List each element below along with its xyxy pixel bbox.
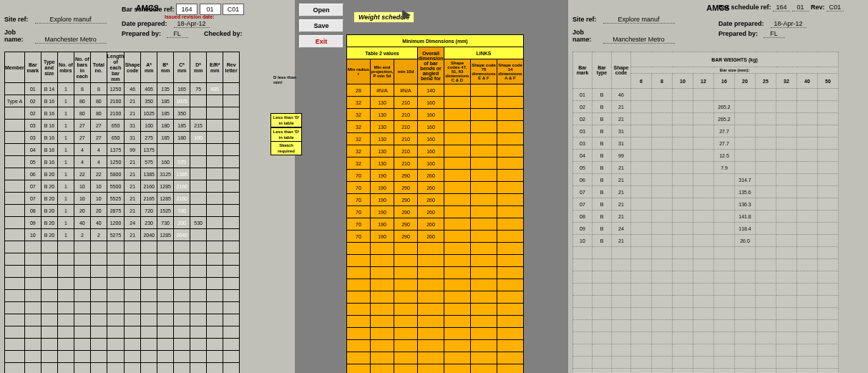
member-cell[interactable] — [5, 241, 25, 253]
grid-cell[interactable] — [207, 168, 223, 180]
grid-cell[interactable]: B 16 — [41, 95, 57, 107]
grid-cell[interactable] — [107, 351, 124, 363]
grid-cell[interactable] — [207, 156, 223, 168]
grid-cell[interactable] — [141, 266, 157, 278]
weight-cell[interactable] — [818, 186, 839, 198]
grid-cell[interactable] — [90, 326, 107, 339]
weight-cell[interactable] — [593, 284, 612, 296]
grid-cell[interactable] — [223, 193, 240, 205]
grid-cell[interactable]: 40 — [90, 217, 107, 229]
weight-cell[interactable] — [652, 89, 673, 101]
weight-cell[interactable] — [776, 344, 797, 357]
weight-cell[interactable] — [593, 320, 612, 332]
grid-cell[interactable] — [57, 266, 74, 278]
grid-cell[interactable]: 230 — [141, 217, 157, 229]
weight-cell[interactable] — [693, 357, 714, 369]
grid-cell[interactable]: 650 — [107, 120, 124, 132]
weight-cell[interactable]: 21 — [612, 235, 631, 247]
weight-cell[interactable] — [776, 223, 797, 235]
weight-cell[interactable] — [693, 150, 714, 162]
grid-cell[interactable] — [157, 278, 174, 290]
weight-cell[interactable]: B — [593, 137, 612, 150]
weight-cell[interactable] — [693, 174, 714, 186]
grid-cell[interactable]: 350 — [141, 95, 157, 107]
weight-cell[interactable]: 136.3 — [735, 198, 756, 210]
weight-cell[interactable] — [612, 259, 631, 271]
grid-cell[interactable]: 27 — [90, 120, 107, 132]
grid-cell[interactable]: 1285 — [157, 229, 174, 241]
grid-cell[interactable] — [190, 326, 207, 339]
grid-cell[interactable] — [190, 107, 207, 120]
grid-cell[interactable] — [141, 339, 157, 351]
weight-cell[interactable] — [693, 186, 714, 198]
weight-cell[interactable] — [652, 344, 673, 357]
grid-cell[interactable]: 46 — [125, 83, 141, 95]
grid-cell[interactable]: 80 — [74, 107, 90, 120]
weight-cell[interactable] — [673, 210, 693, 223]
weight-cell[interactable] — [573, 271, 593, 284]
weight-cell[interactable]: B — [593, 89, 612, 101]
weight-cell[interactable]: 21 — [612, 174, 631, 186]
weight-cell[interactable] — [652, 125, 673, 137]
weight-cell[interactable] — [673, 235, 693, 247]
weight-cell[interactable] — [776, 162, 797, 174]
grid-cell[interactable] — [41, 241, 57, 253]
grid-cell[interactable]: 185 — [174, 120, 190, 132]
grid-cell[interactable] — [74, 326, 90, 339]
grid-cell[interactable] — [74, 302, 90, 314]
grid-cell[interactable] — [41, 326, 57, 339]
weight-cell[interactable] — [776, 137, 797, 150]
grid-cell[interactable]: 1 — [57, 205, 74, 217]
weight-cell[interactable] — [818, 308, 839, 320]
weight-cell[interactable] — [735, 357, 756, 369]
grid-cell[interactable]: 1 — [57, 120, 74, 132]
grid-cell[interactable] — [41, 302, 57, 314]
weight-cell[interactable] — [714, 247, 735, 259]
weight-cell[interactable]: 05 — [573, 162, 593, 174]
weight-cell[interactable] — [756, 235, 776, 247]
weight-cell[interactable] — [673, 101, 693, 113]
weight-cell[interactable] — [756, 101, 776, 113]
grid-cell[interactable] — [41, 351, 57, 363]
grid-cell[interactable] — [174, 253, 190, 266]
weight-cell[interactable] — [776, 308, 797, 320]
grid-cell[interactable]: 02 — [24, 95, 41, 107]
grid-cell[interactable]: 27 — [74, 120, 90, 132]
member-cell[interactable] — [5, 83, 25, 95]
weight-cell[interactable] — [631, 101, 652, 113]
weight-cell[interactable] — [756, 210, 776, 223]
weight-cell[interactable] — [593, 296, 612, 308]
grid-cell[interactable]: 165 — [174, 83, 190, 95]
grid-cell[interactable] — [157, 314, 174, 326]
grid-cell[interactable] — [74, 253, 90, 266]
weight-cell[interactable] — [652, 150, 673, 162]
grid-cell[interactable] — [24, 290, 41, 302]
weight-cell[interactable] — [797, 198, 818, 210]
grid-cell[interactable]: 1385 — [141, 168, 157, 180]
weight-cell[interactable] — [652, 186, 673, 198]
grid-cell[interactable] — [41, 339, 57, 351]
grid-cell[interactable] — [174, 351, 190, 363]
grid-cell[interactable] — [141, 314, 157, 326]
grid-cell[interactable] — [207, 253, 223, 266]
weight-cell[interactable] — [673, 89, 693, 101]
grid-cell[interactable] — [223, 241, 240, 253]
weight-cell[interactable] — [756, 247, 776, 259]
grid-cell[interactable] — [207, 193, 223, 205]
weight-cell[interactable] — [818, 284, 839, 296]
grid-cell[interactable] — [223, 83, 240, 95]
weight-cell[interactable]: 21 — [612, 186, 631, 198]
weight-cell[interactable] — [673, 137, 693, 150]
weight-cell[interactable] — [735, 344, 756, 357]
weight-cell[interactable] — [693, 162, 714, 174]
weight-cell[interactable] — [818, 235, 839, 247]
grid-cell[interactable] — [141, 278, 157, 290]
grid-cell[interactable]: 1250 — [107, 83, 124, 95]
weight-cell[interactable] — [714, 174, 735, 186]
weight-cell[interactable] — [673, 150, 693, 162]
weight-cell[interactable] — [714, 357, 735, 369]
weight-cell[interactable] — [797, 150, 818, 162]
weight-cell[interactable] — [735, 101, 756, 113]
weight-cell[interactable]: 21 — [612, 198, 631, 210]
grid-cell[interactable] — [207, 302, 223, 314]
